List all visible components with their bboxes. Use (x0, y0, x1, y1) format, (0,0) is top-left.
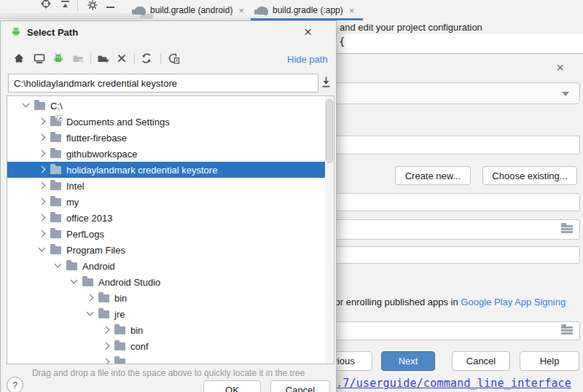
gradle-userguide-link[interactable]: .7/userguide/command_line_interface (336, 377, 571, 390)
new-folder-icon[interactable] (96, 52, 109, 65)
home-icon[interactable] (12, 52, 26, 65)
google-play-app-signing-link[interactable]: Google Play App Signing (461, 297, 566, 307)
chevron-icon[interactable] (54, 262, 63, 270)
folder-icon (50, 246, 61, 254)
tree-item[interactable]: conf (7, 338, 334, 354)
tree-item[interactable]: flutter-firebase (7, 130, 334, 146)
tree-item[interactable]: holidaylandmark credential keystore (7, 162, 334, 178)
android-logo-icon (10, 26, 22, 37)
chevron-icon[interactable] (38, 133, 47, 142)
tree-item-label: githubworkspace (66, 149, 138, 160)
chevron-icon[interactable] (38, 149, 47, 158)
chevron-icon[interactable] (38, 213, 47, 222)
chevron-icon[interactable] (70, 278, 79, 286)
tree-item[interactable]: Intel (7, 178, 334, 194)
tree-item-label: bin (114, 293, 127, 304)
browse-folder-icon[interactable] (561, 326, 573, 334)
tree-item[interactable]: jre (7, 306, 334, 322)
app-window: build.gradle (android) × build.gradle (:… (0, 0, 583, 392)
folder-icon (50, 198, 61, 206)
close-icon[interactable]: × (556, 60, 564, 74)
chevron-icon[interactable] (102, 342, 111, 350)
tree-item[interactable]: PerfLogs (7, 226, 334, 242)
key-store-password-field[interactable] (321, 193, 580, 211)
folder-icon (82, 278, 93, 286)
tree-item-label: Android (82, 261, 115, 272)
tab-build-gradle-app[interactable]: build.gradle (:app) × (251, 0, 360, 20)
module-folder-icon (71, 52, 85, 65)
collapse-icon[interactable] (60, 0, 71, 13)
collapse-path-icon[interactable] (320, 76, 333, 89)
close-icon[interactable]: × (304, 25, 312, 39)
tree-item-label: my (66, 197, 79, 208)
tree-item[interactable]: C:\ (7, 98, 334, 114)
main-toolbar (0, 0, 131, 13)
chevron-icon[interactable] (38, 197, 47, 206)
file-tree: C:\ ↗ Documents and Settings flutter-fir… (7, 95, 334, 364)
tree-item[interactable]: ↗ Documents and Settings (7, 114, 334, 130)
locate-target-icon[interactable] (40, 0, 52, 12)
folder-icon (66, 262, 77, 270)
chevron-icon[interactable] (38, 246, 47, 254)
scrollbar-thumb[interactable] (326, 99, 333, 163)
select-path-dialog: Select Path × Hide path C (0, 20, 337, 392)
choose-existing-button[interactable]: Choose existing... (482, 166, 577, 185)
toolbar-separator (90, 53, 91, 64)
symlink-arrow-icon: ↗ (57, 115, 63, 121)
tree-item[interactable]: bin (7, 322, 334, 338)
chevron-icon[interactable] (38, 165, 47, 174)
tree-item[interactable]: bin (7, 290, 334, 306)
folder-icon (50, 214, 61, 222)
tree-item[interactable] (7, 354, 334, 364)
chevron-down-icon (562, 92, 569, 96)
folder-icon (50, 150, 61, 158)
next-button[interactable]: Next (381, 351, 435, 371)
tree-item[interactable]: my (7, 194, 334, 210)
chevron-icon[interactable] (38, 230, 47, 238)
hide-path-link[interactable]: Hide path (287, 54, 328, 65)
gear-icon[interactable] (87, 0, 98, 14)
android-device-icon[interactable] (52, 52, 65, 65)
browse-folder-icon[interactable] (561, 225, 573, 233)
close-icon[interactable]: × (349, 5, 355, 16)
refresh-icon[interactable] (140, 52, 153, 65)
chevron-icon[interactable] (86, 310, 95, 318)
folder-icon (50, 182, 61, 190)
chevron-icon[interactable] (22, 101, 31, 110)
chevron-icon[interactable] (102, 358, 111, 364)
tree-item[interactable]: githubworkspace (7, 146, 334, 162)
tree-item[interactable]: Program Files (7, 242, 334, 258)
module-dropdown[interactable] (321, 82, 580, 104)
folder-icon (98, 294, 109, 302)
delete-icon[interactable] (115, 52, 128, 65)
cancel-button[interactable]: Cancel (270, 380, 330, 392)
desktop-icon[interactable] (33, 52, 46, 65)
key-password-field[interactable] (321, 246, 580, 264)
close-icon[interactable]: × (238, 5, 244, 16)
folder-icon (98, 310, 109, 318)
create-new-button[interactable]: Create new... (395, 166, 471, 185)
ok-button[interactable]: OK (203, 380, 261, 392)
help-button[interactable]: Help (520, 351, 579, 371)
folder-icon (114, 326, 125, 334)
tab-build-gradle-android[interactable]: build.gradle (android) × (128, 0, 250, 20)
chevron-icon[interactable] (102, 326, 111, 334)
key-alias-field[interactable] (321, 219, 580, 240)
tree-item[interactable]: Android Studio (7, 274, 334, 290)
editor-banner: and edit your project configuration (335, 20, 583, 34)
key-store-path-field[interactable] (321, 136, 580, 154)
tree-item[interactable]: office 2013 (7, 210, 334, 226)
vertical-scrollbar[interactable] (325, 96, 334, 364)
chevron-icon[interactable] (38, 181, 47, 190)
help-button[interactable]: ? (7, 377, 23, 392)
cancel-button[interactable]: Cancel (452, 351, 510, 371)
path-input[interactable]: C:\holidaylandmark credential keystore (8, 74, 318, 93)
folder-icon (50, 166, 61, 174)
folder-icon (114, 358, 125, 365)
encrypted-key-export-path-field[interactable]: o (321, 321, 580, 340)
chevron-icon[interactable] (38, 117, 47, 126)
show-hidden-icon[interactable] (167, 52, 180, 65)
chevron-icon[interactable] (86, 294, 95, 302)
toolbar-separator (160, 53, 161, 64)
tree-item[interactable]: Android (7, 258, 334, 274)
